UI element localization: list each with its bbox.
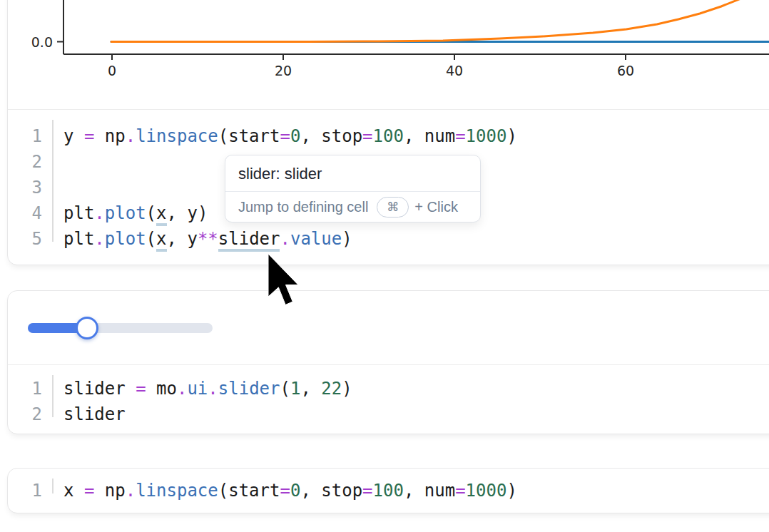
highlighted-occurrence[interactable]: slider	[218, 229, 280, 252]
code-text: plt.plot(x, y)	[63, 200, 208, 226]
tooltip-action-label: Jump to defining cell	[238, 199, 368, 215]
code-text: slider = mo.ui.slider(1, 22)	[63, 376, 352, 401]
code-text: x = np.linspace(start=0, stop=100, num=1…	[63, 478, 517, 503]
highlighted-occurrence[interactable]: x	[156, 229, 166, 252]
line-number: 1	[8, 478, 42, 503]
variable-tooltip: slider: slider Jump to defining cell ⌘ +…	[225, 155, 481, 222]
code-line[interactable]: 5plt.plot(x, y**slider.value)	[8, 226, 769, 252]
code-text: y = np.linspace(start=0, stop=100, num=1…	[63, 123, 517, 149]
line-number: 3	[8, 175, 42, 200]
svg-text:20: 20	[275, 63, 292, 78]
line-number: 4	[8, 200, 42, 226]
code-line[interactable]: 2slider	[8, 401, 769, 427]
notebook-cell-x: 1x = np.linspace(start=0, stop=100, num=…	[7, 468, 769, 513]
slider-thumb[interactable]	[76, 317, 98, 339]
cell-output-area: 0.00204060	[8, 0, 769, 109]
jump-to-defining-cell[interactable]: Jump to defining cell ⌘ + Click	[225, 191, 480, 222]
code-editor[interactable]: 1x = np.linspace(start=0, stop=100, num=…	[8, 469, 769, 503]
svg-text:0.0: 0.0	[31, 34, 53, 50]
tooltip-click-hint: + Click	[414, 199, 458, 215]
notebook-cell-plot: 0.00204060 1y = np.linspace(start=0, sto…	[7, 0, 769, 265]
orange-line	[111, 0, 769, 42]
command-key-icon: ⌘	[377, 197, 409, 218]
svg-text:0: 0	[108, 63, 116, 78]
code-line[interactable]: 1y = np.linspace(start=0, stop=100, num=…	[8, 123, 769, 149]
code-line[interactable]: 1slider = mo.ui.slider(1, 22)	[8, 376, 769, 401]
svg-text:40: 40	[446, 63, 463, 78]
code-editor[interactable]: 1slider = mo.ui.slider(1, 22)2slider	[8, 364, 769, 427]
matplotlib-figure: 0.00204060	[8, 0, 769, 109]
line-number: 2	[8, 149, 42, 175]
line-number: 5	[8, 226, 42, 252]
mouse-cursor	[268, 254, 303, 311]
svg-text:60: 60	[617, 63, 634, 78]
highlighted-occurrence[interactable]: x	[156, 203, 166, 226]
code-text: slider	[63, 401, 126, 427]
line-number: 2	[8, 401, 42, 427]
code-line[interactable]: 1x = np.linspace(start=0, stop=100, num=…	[8, 478, 769, 503]
cell-output-area	[8, 291, 769, 364]
tooltip-title: slider: slider	[225, 155, 480, 191]
slider-track[interactable]	[28, 323, 213, 333]
notebook-cell-slider: 1slider = mo.ui.slider(1, 22)2slider	[7, 290, 769, 434]
gutter-divider	[52, 375, 54, 417]
code-text: plt.plot(x, y**slider.value)	[63, 226, 352, 252]
gutter-divider	[52, 479, 54, 493]
line-number: 1	[8, 376, 42, 401]
gutter-divider	[52, 120, 54, 242]
line-number: 1	[8, 123, 42, 149]
